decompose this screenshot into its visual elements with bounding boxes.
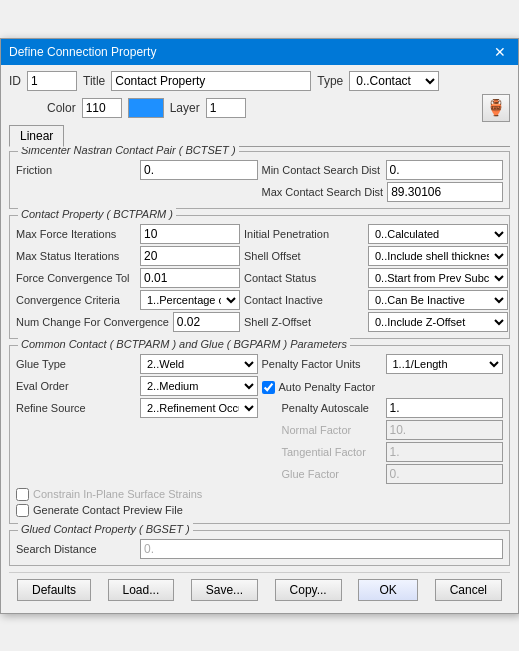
penalty-units-row: Penalty Factor Units 1..1/Length — [262, 354, 504, 374]
normal-factor-row: Normal Factor — [262, 420, 504, 440]
constrain-label: Constrain In-Plane Surface Strains — [33, 488, 202, 500]
title-input[interactable] — [111, 71, 311, 91]
initial-pen-label: Initial Penetration — [244, 228, 364, 240]
defaults-button[interactable]: Defaults — [17, 579, 91, 601]
max-status-input[interactable] — [140, 246, 240, 266]
section-simcenter: Simcenter Nastran Contact Pair ( BCTSET … — [9, 151, 510, 209]
shell-z-select[interactable]: 0..Include Z-Offset — [368, 312, 508, 332]
load-button[interactable]: Load... — [108, 579, 175, 601]
footer: Defaults Load... Save... Copy... OK Canc… — [9, 572, 510, 607]
type-label: Type — [317, 74, 343, 88]
refine-source-row: Refine Source 2..Refinement Occurs — [16, 398, 258, 418]
shell-offset-row: Shell Offset 0..Include shell thickness — [244, 246, 508, 266]
num-change-row: Num Change For Convergence — [16, 312, 240, 332]
penalty-units-select[interactable]: 1..1/Length — [386, 354, 504, 374]
icon-button[interactable]: 🏺 — [482, 94, 510, 122]
friction-label: Friction — [16, 164, 136, 176]
shell-z-row: Shell Z-Offset 0..Include Z-Offset — [244, 312, 508, 332]
max-contact-row: Max Contact Search Dist — [262, 182, 504, 202]
generate-label: Generate Contact Preview File — [33, 504, 183, 516]
shell-offset-label: Shell Offset — [244, 250, 364, 262]
contact-status-label: Contact Status — [244, 272, 364, 284]
search-dist-label: Search Distance — [16, 543, 136, 555]
layer-label: Layer — [170, 101, 200, 115]
generate-checkbox[interactable] — [16, 504, 29, 517]
main-content: ID Title Type 0..Contact 1..Glue Color L… — [1, 65, 518, 613]
initial-pen-row: Initial Penetration 0..Calculated — [244, 224, 508, 244]
section-common: Common Contact ( BCTPARM ) and Glue ( BG… — [9, 345, 510, 524]
tangential-factor-input — [386, 442, 504, 462]
contact-status-row: Contact Status 0..Start from Prev Subcas… — [244, 268, 508, 288]
max-force-label: Max Force Iterations — [16, 228, 136, 240]
title-label: Title — [83, 74, 105, 88]
glue-type-label: Glue Type — [16, 358, 136, 370]
section-bgset: Glued Contact Property ( BGSET ) Search … — [9, 530, 510, 566]
max-status-label: Max Status Iterations — [16, 250, 136, 262]
glue-factor-row: Glue Factor — [262, 464, 504, 484]
color-swatch[interactable] — [128, 98, 164, 118]
glue-factor-label: Glue Factor — [262, 468, 382, 480]
main-window: Define Connection Property ✕ ID Title Ty… — [0, 38, 519, 614]
penalty-autoscale-label: Penalty Autoscale — [262, 402, 382, 414]
tangential-factor-label: Tangential Factor — [262, 446, 382, 458]
contact-status-select[interactable]: 0..Start from Prev Subcas… — [368, 268, 508, 288]
glue-type-select[interactable]: 2..Weld — [140, 354, 258, 374]
eval-order-row: Eval Order 2..Medium — [16, 376, 258, 396]
constrain-checkbox[interactable] — [16, 488, 29, 501]
eval-order-select[interactable]: 2..Medium — [140, 376, 258, 396]
layer-input[interactable] — [206, 98, 246, 118]
force-conv-input[interactable] — [140, 268, 240, 288]
generate-row: Generate Contact Preview File — [16, 504, 503, 517]
conv-criteria-select[interactable]: 1..Percentage of A… — [140, 290, 240, 310]
close-button[interactable]: ✕ — [490, 44, 510, 60]
shell-offset-select[interactable]: 0..Include shell thickness — [368, 246, 508, 266]
normal-factor-input — [386, 420, 504, 440]
num-change-label: Num Change For Convergence — [16, 316, 169, 328]
contact-inactive-label: Contact Inactive — [244, 294, 364, 306]
header-row-1: ID Title Type 0..Contact 1..Glue — [9, 71, 510, 91]
header-row-2: Color Layer 🏺 — [9, 94, 510, 122]
auto-penalty-label: Auto Penalty Factor — [279, 381, 376, 393]
penalty-autoscale-input[interactable] — [386, 398, 504, 418]
search-dist-input[interactable] — [140, 539, 503, 559]
max-force-input[interactable] — [140, 224, 240, 244]
tangential-factor-row: Tangential Factor — [262, 442, 504, 462]
friction-input[interactable] — [140, 160, 258, 180]
conv-criteria-label: Convergence Criteria — [16, 294, 136, 306]
window-title: Define Connection Property — [9, 45, 156, 59]
refine-source-select[interactable]: 2..Refinement Occurs — [140, 398, 258, 418]
refine-source-label: Refine Source — [16, 402, 136, 414]
save-button[interactable]: Save... — [191, 579, 258, 601]
max-contact-input[interactable] — [387, 182, 503, 202]
bctparm-title: Contact Property ( BCTPARM ) — [18, 208, 176, 220]
friction-row: Friction — [16, 160, 258, 180]
glue-type-row: Glue Type 2..Weld — [16, 354, 258, 374]
type-select[interactable]: 0..Contact 1..Glue — [349, 71, 439, 91]
common-title: Common Contact ( BCTPARM ) and Glue ( BG… — [18, 338, 350, 350]
min-contact-input[interactable] — [386, 160, 504, 180]
force-conv-label: Force Convergence Tol — [16, 272, 136, 284]
eval-order-label: Eval Order — [16, 380, 136, 392]
contact-inactive-row: Contact Inactive 0..Can Be Inactive — [244, 290, 508, 310]
search-dist-row: Search Distance — [16, 539, 503, 559]
num-change-input[interactable] — [173, 312, 240, 332]
copy-button[interactable]: Copy... — [275, 579, 342, 601]
auto-penalty-checkbox[interactable] — [262, 381, 275, 394]
constrain-row: Constrain In-Plane Surface Strains — [16, 488, 503, 501]
normal-factor-label: Normal Factor — [262, 424, 382, 436]
id-label: ID — [9, 74, 21, 88]
min-contact-row: Min Contact Search Dist — [262, 160, 504, 180]
initial-pen-select[interactable]: 0..Calculated — [368, 224, 508, 244]
conv-criteria-row: Convergence Criteria 1..Percentage of A… — [16, 290, 240, 310]
color-input[interactable] — [82, 98, 122, 118]
bgset-title: Glued Contact Property ( BGSET ) — [18, 523, 193, 535]
contact-inactive-select[interactable]: 0..Can Be Inactive — [368, 290, 508, 310]
shell-z-label: Shell Z-Offset — [244, 316, 364, 328]
tab-linear[interactable]: Linear — [9, 125, 64, 147]
color-label: Color — [47, 101, 76, 115]
section-bctparm: Contact Property ( BCTPARM ) Max Force I… — [9, 215, 510, 339]
id-input[interactable] — [27, 71, 77, 91]
cancel-button[interactable]: Cancel — [435, 579, 502, 601]
ok-button[interactable]: OK — [358, 579, 418, 601]
max-status-row: Max Status Iterations — [16, 246, 240, 266]
